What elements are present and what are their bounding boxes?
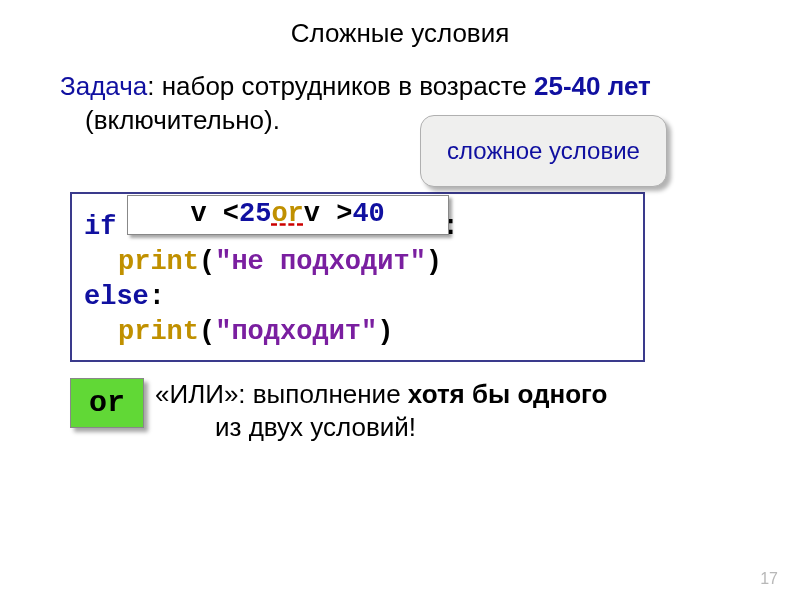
callout-complex-condition: сложное условие — [420, 115, 667, 187]
str-ok: "подходит" — [215, 317, 377, 347]
fn-print-2: print — [118, 317, 199, 347]
code-line-1: if v < 25 or v > 40 : — [84, 200, 631, 245]
or-explanation: «ИЛИ»: выполнение хотя бы одного из двух… — [155, 378, 730, 443]
condition-slot: v < 25 or v > 40 — [133, 200, 443, 234]
cond-num2: 40 — [352, 197, 384, 232]
paren-close-2: ) — [377, 317, 393, 347]
or-text-bold: хотя бы одного — [408, 379, 608, 409]
task-label: Задача — [60, 71, 147, 101]
code-line-4: print("подходит") — [84, 315, 631, 350]
or-text-2: из двух условий! — [155, 411, 730, 444]
str-ne: "не подходит" — [215, 247, 426, 277]
colon-2: : — [149, 282, 165, 312]
paren-close-1: ) — [426, 247, 442, 277]
cond-num1: 25 — [239, 197, 271, 232]
code-line-3: else: — [84, 280, 631, 315]
callout-text: сложное условие — [447, 138, 640, 164]
fn-print-1: print — [118, 247, 199, 277]
slide-title: Сложные условия — [0, 18, 800, 49]
task-age: 25-40 лет — [534, 71, 651, 101]
task-text-before: : набор сотрудников в возрасте — [147, 71, 534, 101]
page-number: 17 — [760, 570, 778, 588]
kw-if: if — [84, 212, 116, 242]
code-block: if v < 25 or v > 40 : print("не подходит… — [70, 192, 645, 362]
cond-part2: v > — [304, 197, 353, 232]
or-text-1: «ИЛИ»: выполнение — [155, 379, 408, 409]
code-line-2: print("не подходит") — [84, 245, 631, 280]
cond-part1: v < — [190, 197, 239, 232]
or-badge-text: or — [89, 386, 125, 420]
paren-open-1: ( — [199, 247, 215, 277]
kw-else: else — [84, 282, 149, 312]
or-badge: or — [70, 378, 144, 428]
paren-open-2: ( — [199, 317, 215, 347]
task-text-after: (включительно). — [85, 105, 280, 135]
cond-op-or: or — [271, 197, 303, 232]
condition-box: v < 25 or v > 40 — [127, 195, 449, 235]
slide: Сложные условия Задача: набор сотруднико… — [0, 0, 800, 600]
